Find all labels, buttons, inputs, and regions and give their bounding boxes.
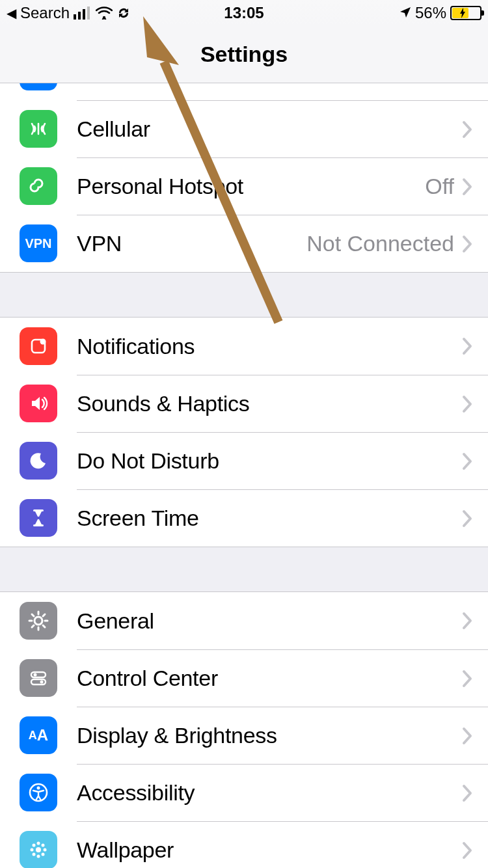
status-right: 56% — [400, 4, 481, 22]
row-value: Off — [425, 174, 454, 199]
svg-rect-7 — [33, 509, 44, 511]
page-title: Settings — [200, 42, 288, 67]
chevron-right-icon — [462, 178, 472, 196]
svg-rect-20 — [31, 679, 46, 685]
row-hotspot[interactable]: Personal Hotspot Off — [0, 157, 488, 215]
row-wallpaper[interactable]: Wallpaper — [0, 821, 488, 868]
row-vpn[interactable]: VPN VPN Not Connected — [0, 215, 488, 272]
svg-line-15 — [43, 625, 45, 627]
battery-icon — [450, 6, 481, 20]
wifi-icon — [96, 7, 113, 20]
chevron-right-icon — [462, 612, 472, 630]
row-screentime[interactable]: Screen Time — [0, 489, 488, 547]
row-label: General — [77, 608, 462, 634]
svg-point-28 — [44, 848, 47, 852]
row-label: Bluetooth — [77, 83, 425, 85]
svg-line-14 — [32, 614, 34, 616]
screentime-icon — [20, 499, 57, 537]
status-bar: ◀ Search 13:05 56% — [0, 0, 488, 26]
row-value: On — [425, 83, 454, 85]
svg-line-17 — [32, 625, 34, 627]
general-icon — [20, 602, 57, 640]
chevron-right-icon — [462, 509, 472, 528]
chevron-right-icon — [462, 727, 472, 745]
chevron-right-icon — [462, 120, 472, 139]
wallpaper-icon — [20, 831, 57, 868]
chevron-right-icon — [462, 395, 472, 413]
chevron-right-icon — [462, 235, 472, 253]
dnd-icon — [20, 442, 57, 480]
back-label[interactable]: Search — [20, 4, 70, 22]
row-label: VPN — [77, 231, 306, 256]
status-time: 13:05 — [224, 4, 264, 22]
svg-point-19 — [34, 673, 37, 677]
chevron-right-icon — [462, 452, 472, 470]
row-label: Screen Time — [77, 506, 462, 531]
svg-point-24 — [36, 847, 41, 852]
row-label: Display & Brightness — [77, 723, 462, 748]
settings-content[interactable]: Bluetooth On Cellular — [0, 83, 488, 868]
row-cellular[interactable]: Cellular — [0, 100, 488, 157]
svg-point-32 — [42, 853, 45, 856]
row-display[interactable]: AA Display & Brightness — [0, 707, 488, 764]
vpn-icon: VPN — [20, 224, 57, 262]
svg-rect-18 — [31, 672, 46, 677]
row-bluetooth[interactable]: Bluetooth On — [0, 83, 488, 100]
svg-rect-0 — [74, 14, 76, 20]
svg-point-26 — [37, 855, 40, 858]
row-general[interactable]: General — [0, 592, 488, 649]
svg-rect-8 — [33, 524, 44, 526]
row-dnd[interactable]: Do Not Disturb — [0, 432, 488, 489]
cellular-icon — [20, 110, 57, 148]
row-label: Cellular — [77, 116, 454, 142]
display-icon: AA — [20, 716, 57, 754]
chevron-right-icon — [462, 784, 472, 802]
hotspot-icon — [20, 167, 57, 205]
notifications-icon — [20, 327, 57, 365]
svg-point-25 — [37, 842, 40, 845]
status-left: ◀ Search — [7, 4, 131, 22]
svg-point-6 — [40, 339, 46, 345]
svg-point-23 — [37, 787, 40, 790]
svg-point-9 — [34, 617, 42, 625]
battery-percent-label: 56% — [415, 4, 446, 22]
battery-fill — [452, 8, 468, 18]
chevron-right-icon — [462, 670, 472, 688]
charging-bolt-icon — [459, 8, 467, 18]
group-notifications: Notifications Sounds & Haptics Do — [0, 318, 488, 547]
bluetooth-icon — [20, 83, 57, 90]
svg-rect-3 — [87, 7, 90, 20]
chevron-right-icon — [462, 337, 472, 355]
sounds-icon — [20, 385, 57, 422]
row-controlcenter[interactable]: Control Center — [0, 649, 488, 707]
row-sounds[interactable]: Sounds & Haptics — [0, 375, 488, 432]
back-chevron-icon[interactable]: ◀ — [7, 5, 16, 21]
group-general: General Control Center AA Display & Brig… — [0, 592, 488, 868]
row-accessibility[interactable]: Accessibility — [0, 764, 488, 821]
svg-rect-2 — [83, 9, 85, 20]
cellular-signal-icon — [74, 7, 92, 20]
svg-point-31 — [33, 853, 36, 856]
row-label: Control Center — [77, 666, 462, 691]
row-notifications[interactable]: Notifications — [0, 318, 488, 375]
row-label: Sounds & Haptics — [77, 391, 462, 416]
group-spacer — [0, 272, 488, 318]
accessibility-icon — [20, 774, 57, 811]
row-label: Accessibility — [77, 780, 462, 806]
svg-point-21 — [40, 681, 44, 684]
location-icon — [400, 4, 411, 22]
nav-bar: Settings — [0, 26, 488, 83]
svg-point-29 — [33, 844, 36, 847]
row-value: Not Connected — [306, 231, 454, 256]
sync-icon — [116, 6, 131, 20]
svg-line-16 — [43, 614, 45, 616]
controlcenter-icon — [20, 659, 57, 697]
chevron-right-icon — [462, 841, 472, 860]
group-connectivity: Bluetooth On Cellular — [0, 83, 488, 272]
svg-rect-1 — [78, 12, 81, 20]
row-label: Notifications — [77, 334, 462, 359]
svg-point-4 — [103, 16, 105, 19]
row-label: Personal Hotspot — [77, 174, 425, 199]
group-spacer — [0, 547, 488, 592]
row-label: Wallpaper — [77, 837, 462, 863]
